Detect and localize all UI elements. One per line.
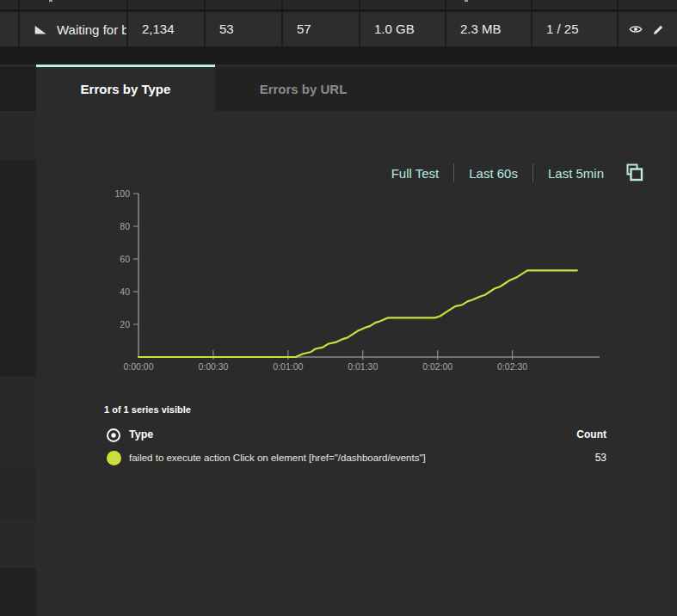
left-strip-block: [0, 160, 36, 376]
cell-progress: 1 / 25: [531, 12, 617, 46]
legend-summary: 1 of 1 series visible: [104, 404, 191, 415]
svg-text:0:01:00: 0:01:00: [273, 361, 303, 372]
flag-icon: [33, 22, 48, 37]
tabs-left-margin: [0, 67, 36, 111]
table-row-partial: [0, 0, 677, 9]
range-divider: [453, 163, 454, 182]
cell-data-out: 2.3 MB: [445, 12, 531, 46]
tab-errors-by-type[interactable]: Errors by Type: [36, 65, 215, 111]
truncated-text-remnant: [465, 0, 468, 2]
cell-value-3: 57: [281, 12, 359, 46]
svg-text:0:00:00: 0:00:00: [123, 361, 153, 372]
row-name: Waiting for b: [57, 22, 126, 37]
svg-text:0:01:30: 0:01:30: [348, 361, 378, 372]
row-actions: [617, 12, 677, 46]
truncated-text-remnant: [49, 0, 52, 2]
left-strip-block: [0, 469, 36, 521]
svg-text:0:00:30: 0:00:30: [198, 361, 228, 372]
section-gap: [0, 48, 677, 65]
row-name-cell: Waiting for b: [19, 12, 126, 46]
legend-row[interactable]: failed to execute action Click on elemen…: [0, 448, 677, 469]
cell-errors: 53: [204, 12, 281, 46]
results-table: Waiting for b 2,134 53 57 1.0 GB 2.3 MB …: [0, 0, 677, 48]
cell-data-in: 1.0 GB: [359, 12, 445, 46]
series-label: failed to execute action Click on elemen…: [129, 453, 426, 463]
copy-icon[interactable]: [624, 163, 644, 183]
svg-text:40: 40: [120, 286, 130, 297]
tabs: Errors by Type Errors by URL: [0, 65, 677, 111]
series-swatch: [107, 451, 121, 465]
range-last-60s[interactable]: Last 60s: [469, 166, 518, 181]
left-strip-block: [0, 568, 36, 616]
legend-column-type: Type: [129, 428, 153, 440]
svg-text:0:02:00: 0:02:00: [422, 361, 452, 372]
range-last-5min[interactable]: Last 5min: [548, 166, 604, 181]
series-count: 53: [595, 452, 606, 464]
svg-text:60: 60: [120, 254, 130, 264]
svg-text:80: 80: [120, 221, 130, 231]
legend-column-count: Count: [576, 428, 606, 440]
range-full-test[interactable]: Full Test: [391, 166, 440, 181]
visibility-eye-icon[interactable]: [105, 427, 122, 444]
errors-chart: 204060801000:00:000:00:300:01:000:01:300…: [102, 186, 618, 377]
eye-icon[interactable]: [628, 22, 643, 37]
errors-dashboard: Waiting for b 2,134 53 57 1.0 GB 2.3 MB …: [0, 0, 677, 616]
tab-errors-by-url[interactable]: Errors by URL: [215, 67, 391, 111]
time-range-selector: Full Test Last 60s Last 5min: [391, 161, 644, 185]
svg-text:0:02:30: 0:02:30: [497, 361, 527, 372]
left-strip: [0, 111, 36, 616]
legend-header: Type Count: [0, 426, 677, 445]
errors-by-type-panel: Full Test Last 60s Last 5min 20406080100…: [0, 111, 677, 616]
tab-label: Errors by Type: [81, 82, 171, 96]
svg-text:20: 20: [120, 319, 130, 330]
range-divider: [532, 163, 533, 182]
svg-text:100: 100: [114, 188, 130, 199]
tab-label: Errors by URL: [260, 82, 348, 96]
pencil-icon[interactable]: [651, 22, 667, 37]
cell-total: 2,134: [126, 12, 204, 46]
